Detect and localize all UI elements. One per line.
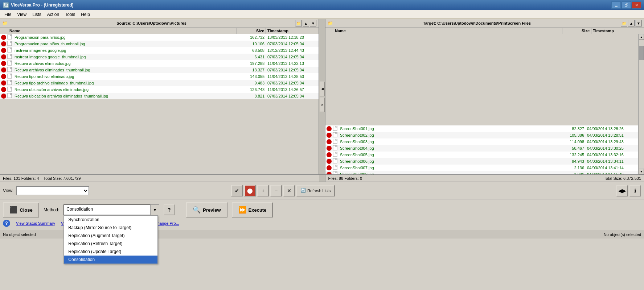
table-row[interactable]: Programacion para niños.jpg 162.732 13/0…	[0, 34, 319, 41]
menu-tools[interactable]: Tools	[62, 11, 78, 18]
table-row[interactable]: Recuva tipo archivo eliminado_thumbnail.…	[0, 80, 319, 86]
table-row[interactable]: ScreenShot007.jpg 2.136 04/03/2014 13:41…	[325, 165, 638, 171]
file-timestamp: 04/03/2014 13:41:14	[586, 166, 638, 170]
menu-file[interactable]: File	[1, 11, 14, 18]
svg-rect-33	[336, 165, 337, 166]
dropdown-consolidation[interactable]: Consolidation	[64, 256, 157, 264]
table-row[interactable]: rastrear imagenes google_thumbnail.jpg 6…	[0, 54, 319, 60]
target-file-list: ScreenShot001.jpg 82.327 04/03/2014 13:2…	[325, 34, 638, 174]
target-col-name[interactable]: Name	[333, 28, 562, 34]
view-status-summary-link[interactable]: View Status Summary	[16, 221, 55, 225]
table-row[interactable]: Recuva archivos eliminados.jpg 197.288 1…	[0, 60, 319, 67]
file-size: 162.732	[237, 35, 266, 40]
table-row[interactable]: ScreenShot005.jpg 132.245 04/03/2014 13:…	[325, 152, 638, 158]
table-row[interactable]: Recuva archivos eliminados_thumbnail.jpg…	[0, 67, 319, 73]
record-button[interactable]: ⬤	[244, 185, 256, 196]
table-row[interactable]: ScreenShot001.jpg 82.327 04/03/2014 13:2…	[325, 125, 638, 132]
file-name: Recuva archivos eliminados.jpg	[14, 61, 237, 66]
table-row[interactable]: Recuva tipo archivo eliminado.jpg 143.05…	[0, 73, 319, 80]
status-dot	[1, 94, 6, 99]
fit-button[interactable]: ◀▶	[616, 185, 628, 196]
table-row[interactable]: rastrear imagenes google.jpg 68.508 12/1…	[0, 47, 319, 54]
table-row[interactable]: Programacion para niños_thumbnail.jpg 10…	[0, 41, 319, 47]
execute-button[interactable]: ⏩ Execute	[232, 202, 273, 218]
minimize-button[interactable]: 🗕	[611, 1, 621, 9]
file-size: 114.098	[557, 140, 586, 144]
change-profile-link[interactable]: Change Pro...	[155, 221, 179, 225]
menu-help[interactable]: Help	[78, 11, 93, 18]
file-size: 68.508	[237, 48, 266, 53]
table-row[interactable]: Recuva ubicación archivos eliminados.jpg…	[0, 86, 319, 93]
file-size: 132.245	[557, 153, 586, 157]
dropdown-replication-update[interactable]: Replication (Update Target)	[64, 248, 157, 256]
close-window-button[interactable]: ✕	[632, 1, 641, 9]
method-combo-arrow[interactable]: ▼	[151, 204, 159, 215]
target-col-size[interactable]: Size	[562, 28, 591, 34]
table-row[interactable]: ScreenShot002.jpg 105.386 04/03/2014 13:…	[325, 132, 638, 138]
refresh-lists-button[interactable]: 🔄 Refresh Lists	[296, 185, 335, 196]
restore-button[interactable]: 🗗	[622, 1, 631, 9]
dropdown-replication-augment[interactable]: Replication (Augment Target)	[64, 232, 157, 240]
file-name: ScreenShot005.jpg	[339, 153, 557, 157]
target-scrollbar[interactable]: ▲ ▼	[638, 34, 644, 174]
table-row[interactable]: ScreenShot006.jpg 94.943 04/03/2014 13:3…	[325, 158, 638, 165]
info-button[interactable]: ℹ	[629, 185, 641, 196]
cancel-button[interactable]: ✕	[283, 185, 295, 196]
svg-rect-29	[336, 152, 337, 153]
table-row[interactable]: ScreenShot004.jpg 58.467 04/03/2014 13:3…	[325, 145, 638, 152]
file-name: Recuva archivos eliminados_thumbnail.jpg	[14, 68, 237, 72]
preview-button[interactable]: 🔍 Preview	[186, 202, 227, 218]
file-timestamp: 11/04/2013 14:28:50	[266, 74, 319, 79]
status-left: No object selected	[3, 232, 36, 237]
view-select[interactable]	[16, 186, 89, 195]
menu-lists[interactable]: Lists	[29, 11, 44, 18]
status-dot	[327, 159, 332, 164]
swap-right-button[interactable]: ✕	[320, 98, 325, 112]
file-name: Recuva ubicación archivos eliminados_thu…	[14, 94, 237, 98]
source-browse-button[interactable]: 📁	[295, 20, 302, 26]
source-up-button[interactable]: ▲	[303, 20, 309, 26]
table-row[interactable]: ScreenShot003.jpg 114.098 04/03/2014 13:…	[325, 138, 638, 145]
close-button[interactable]: ⬛ Close	[3, 202, 39, 218]
method-help-button[interactable]: ?	[164, 204, 175, 215]
method-combo[interactable]: Consolidation	[63, 204, 151, 215]
target-col-timestamp[interactable]: Timestamp	[591, 28, 644, 34]
source-col-size[interactable]: Size	[237, 28, 266, 34]
dropdown-synchronization[interactable]: Synchronization	[64, 216, 157, 224]
dropdown-backup[interactable]: Backup (Mirror Source to Target)	[64, 224, 157, 232]
file-name: Programacion para niños_thumbnail.jpg	[14, 42, 237, 46]
remove-button[interactable]: −	[270, 185, 282, 196]
source-dir-icon: 📁	[2, 21, 8, 26]
swap-left-button[interactable]: ◀	[320, 82, 325, 96]
menu-view[interactable]: View	[14, 11, 29, 18]
target-path: Target: C:\Users\Uptodown\Documents\Prin…	[335, 21, 619, 25]
file-name: ScreenShot003.jpg	[339, 140, 557, 144]
source-col-name[interactable]: Name	[8, 28, 237, 34]
check-button[interactable]: ✔	[231, 185, 243, 196]
status-dot	[327, 172, 332, 174]
svg-rect-25	[336, 139, 337, 140]
file-name: ScreenShot007.jpg	[339, 166, 557, 170]
source-expand-button[interactable]: ▼	[310, 20, 316, 26]
links-help-icon[interactable]: ?	[3, 220, 10, 227]
file-timestamp: 04/03/2014 14:15:49	[586, 172, 638, 174]
file-timestamp: 07/03/2014 12:05:04	[266, 55, 319, 59]
file-name: Recuva tipo archivo eliminado.jpg	[14, 74, 237, 79]
target-expand-button[interactable]: ▼	[635, 20, 642, 26]
table-row[interactable]: Recuva ubicación archivos eliminados_thu…	[0, 93, 319, 99]
status-dot	[327, 133, 332, 138]
file-name: rastrear imagenes google.jpg	[14, 48, 237, 53]
dropdown-replication-refresh[interactable]: Replication (Refresh Target)	[64, 240, 157, 248]
target-browse-button[interactable]: 📁	[621, 20, 627, 26]
file-size: 1.991	[557, 172, 586, 174]
file-size: 58.467	[557, 146, 586, 150]
close-icon: ⬛	[9, 206, 17, 214]
target-up-button[interactable]: ▲	[628, 20, 635, 26]
source-col-timestamp[interactable]: Timestamp	[266, 28, 319, 34]
table-row[interactable]: ScreenShot008.jpg 1.991 04/03/2014 14:15…	[325, 171, 638, 174]
status-dot	[327, 146, 332, 151]
svg-rect-31	[336, 158, 337, 160]
file-name: ScreenShot002.jpg	[339, 133, 557, 137]
add-button[interactable]: +	[257, 185, 269, 196]
menu-action[interactable]: Action	[44, 11, 62, 18]
